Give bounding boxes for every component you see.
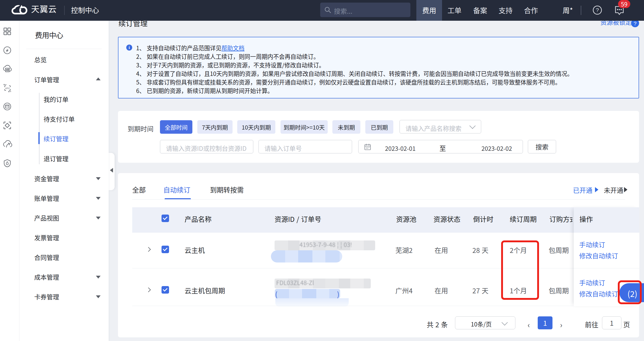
svg-text:VPC: VPC xyxy=(5,87,10,90)
svg-text:?: ? xyxy=(596,7,599,13)
